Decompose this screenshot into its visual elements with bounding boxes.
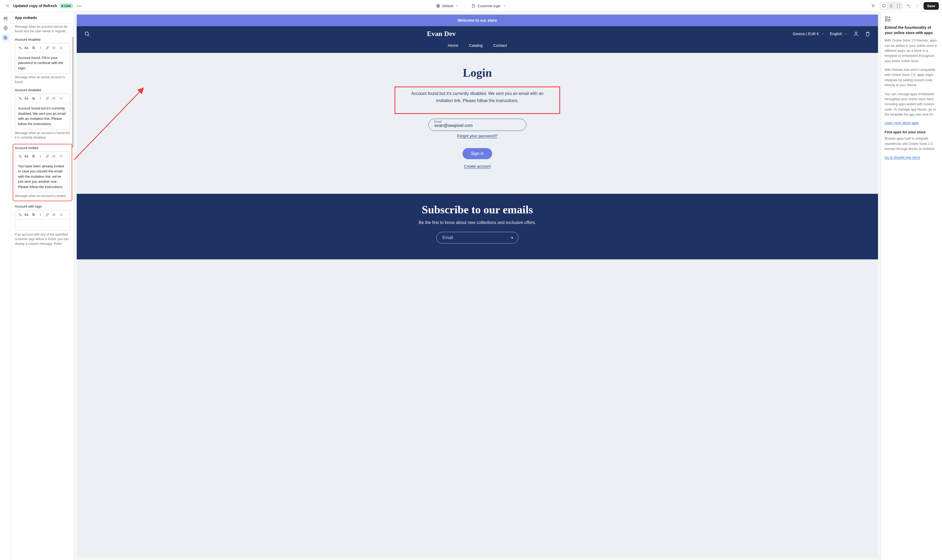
inspector-toggle-icon[interactable] [870,2,877,9]
learn-more-link[interactable]: Learn more about apps [885,121,919,125]
paragraph-style-button[interactable]: Aa [23,45,30,51]
desktop-view-button[interactable] [880,3,887,9]
paragraph-style-button[interactable]: Aa [23,95,30,102]
numbered-list-button[interactable]: 123 [58,153,64,159]
country-currency-selector[interactable]: Greece | EUR € [793,32,824,36]
left-rail [0,12,11,560]
more-actions-button[interactable]: ••• [76,2,83,9]
numbered-list-button[interactable]: 123 [58,45,64,51]
rte-body[interactable]: You have been already invited. In case y… [15,161,70,192]
nav-catalog[interactable]: Catalog [469,43,483,48]
login-section: Login Account found but it's currently d… [77,53,878,184]
bullet-list-button[interactable] [51,212,57,218]
save-button[interactable]: Save [924,2,939,10]
scrollbar-thumb[interactable] [72,37,74,148]
bullet-list-button[interactable] [51,95,57,102]
paragraph-style-button[interactable]: Aa [23,153,30,159]
chevron-down-icon [456,4,459,8]
country-currency-label: Greece | EUR € [793,32,819,36]
link-button[interactable] [44,45,51,51]
footer-email-field[interactable]: Email [436,232,518,243]
rte-toolbar: Aa B I 123 [15,94,70,103]
template-label: Customer login [478,4,500,8]
sections-tab-icon[interactable] [2,15,9,23]
italic-button[interactable]: I [37,95,44,102]
sparkle-icon[interactable] [17,45,23,51]
numbered-list-button[interactable]: 123 [58,95,64,102]
sign-in-button[interactable]: Sign in [463,148,493,159]
site-header: Evan Dev Greece | EUR € English [77,26,878,53]
right-paragraph-2: With themes that aren't compatible with … [885,68,938,88]
bold-button[interactable]: B [31,212,37,218]
fullscreen-view-button[interactable] [895,3,902,9]
email-input[interactable] [428,119,526,131]
rte-body[interactable]: Account found. Fill in your password to … [15,52,70,74]
locale-selector[interactable]: Default [434,3,460,9]
italic-button[interactable]: I [37,153,44,159]
nav-contact[interactable]: Contact [493,43,507,48]
field-label-account-disabled: Account disabled [15,88,70,92]
nav-home[interactable]: Home [448,43,458,48]
app-embeds-tab-icon[interactable] [2,34,9,42]
svg-point-18 [53,99,53,99]
exit-icon[interactable] [3,2,11,9]
rte-account-invited: Aa B I 123 You have been already invited… [15,151,70,192]
forgot-password-link[interactable]: Forgot your password? [77,134,878,138]
chevron-down-icon [503,4,506,8]
italic-button[interactable]: I [37,212,44,218]
language-selector[interactable]: English [830,32,847,36]
link-button[interactable] [44,153,51,159]
cart-icon[interactable] [865,31,871,37]
right-paragraph-4: Browse apps built to integrate seamlessl… [885,136,938,151]
italic-button[interactable]: I [37,45,44,51]
main-nav: Home Catalog Contact [77,42,878,53]
login-status-message: Account found but it's currently disable… [403,90,551,104]
separator [465,3,465,9]
right-panel: Extend the functionality of your online … [880,12,942,560]
svg-rect-4 [4,17,7,18]
store-title[interactable]: Evan Dev [427,30,456,38]
help-text: Message when an account cannot be found … [15,25,70,34]
live-badge: Live [60,3,73,8]
svg-rect-7 [4,36,5,37]
svg-point-6 [5,28,6,29]
sparkle-icon[interactable] [17,212,23,218]
svg-point-24 [53,157,53,157]
theme-settings-tab-icon[interactable] [2,24,9,32]
preview-stage: Welcome to our store Evan Dev Greece | E… [74,12,880,560]
bullet-list-button[interactable] [51,45,57,51]
rte-body[interactable] [15,220,70,231]
bold-button[interactable]: B [31,45,37,51]
paragraph-style-button[interactable]: Aa [23,212,30,218]
app-store-link[interactable]: Go to Shopify App Store [885,156,920,159]
link-button[interactable] [44,95,51,102]
sparkle-icon[interactable] [17,95,23,102]
annotation-highlight-box: Account invited Aa B I 123 You have been… [13,144,72,201]
search-icon[interactable] [84,31,90,37]
undo-button[interactable] [905,3,912,9]
announcement-bar: Welcome to our store [77,15,878,26]
annotation-highlight-box: Account found but it's currently disable… [394,86,560,114]
help-text: Message when an account is invited. [15,194,70,198]
template-selector[interactable]: Customer login [470,3,508,9]
field-label-account-with-tags: Account with tags [15,205,70,208]
rte-body[interactable]: Account found but it's currently disable… [15,103,70,129]
chevron-down-icon [844,32,847,35]
rte-toolbar: Aa B I 123 [15,43,70,52]
arrow-right-icon[interactable] [509,235,514,240]
bold-button[interactable]: B [31,95,37,102]
sparkle-icon[interactable] [17,153,23,159]
account-icon[interactable] [853,31,859,37]
svg-rect-38 [885,19,887,21]
mobile-view-button[interactable] [888,3,895,9]
svg-rect-1 [882,5,885,7]
bullet-list-button[interactable] [51,153,57,159]
page-icon [471,4,476,8]
link-button[interactable] [44,212,51,218]
svg-rect-9 [4,38,5,39]
bold-button[interactable]: B [31,153,37,159]
svg-point-12 [53,48,53,49]
create-account-link[interactable]: Create account [77,164,878,168]
numbered-list-button[interactable]: 123 [58,212,64,218]
email-label: Email [434,120,442,123]
